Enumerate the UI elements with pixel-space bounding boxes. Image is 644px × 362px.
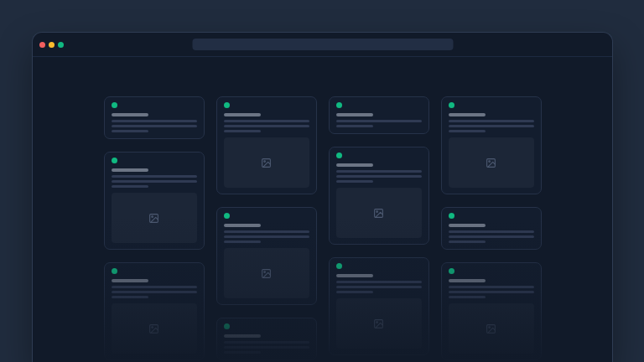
image-icon — [486, 158, 496, 168]
text-placeholder-line — [112, 185, 148, 188]
title-placeholder-line — [112, 279, 148, 282]
card-column — [216, 96, 317, 360]
card[interactable] — [216, 96, 317, 194]
image-icon — [373, 208, 384, 219]
status-dot — [336, 153, 342, 158]
text-lines — [224, 341, 309, 354]
title-placeholder-line — [224, 113, 261, 116]
image-icon — [261, 268, 272, 279]
image-placeholder — [336, 298, 422, 349]
status-dot — [112, 268, 117, 274]
image-icon — [486, 323, 496, 334]
title-placeholder-line — [336, 274, 373, 277]
text-placeholder-line — [449, 286, 534, 288]
status-dot — [336, 102, 342, 108]
image-placeholder — [112, 303, 197, 354]
browser-titlebar — [33, 33, 612, 57]
image-icon — [148, 323, 159, 334]
card[interactable] — [104, 96, 205, 139]
card[interactable] — [329, 96, 429, 134]
text-placeholder-line — [112, 291, 197, 293]
maximize-button[interactable] — [58, 42, 64, 48]
card[interactable] — [441, 262, 542, 360]
text-placeholder-line — [336, 281, 422, 283]
text-placeholder-line — [224, 125, 309, 127]
text-placeholder-line — [336, 125, 373, 127]
text-lines — [449, 120, 534, 132]
text-placeholder-line — [336, 291, 373, 293]
card[interactable] — [104, 152, 205, 250]
text-placeholder-line — [224, 130, 261, 132]
image-icon — [261, 158, 272, 168]
image-icon — [148, 213, 159, 224]
title-placeholder-line — [224, 334, 261, 338]
text-lines — [336, 120, 422, 127]
image-placeholder — [336, 188, 422, 238]
text-placeholder-line — [112, 125, 197, 127]
title-placeholder-line — [449, 113, 486, 116]
title-placeholder-line — [449, 279, 486, 282]
title-placeholder-line — [224, 224, 261, 227]
card[interactable] — [216, 318, 317, 360]
card[interactable] — [441, 207, 542, 250]
text-placeholder-line — [224, 120, 309, 122]
minimize-button[interactable] — [49, 42, 55, 48]
text-placeholder-line — [224, 341, 309, 344]
text-placeholder-line — [112, 180, 197, 183]
status-dot — [112, 102, 117, 108]
text-placeholder-line — [112, 130, 148, 132]
text-placeholder-line — [336, 170, 422, 173]
text-lines — [224, 120, 309, 132]
text-placeholder-line — [336, 286, 422, 288]
image-icon — [373, 318, 384, 329]
text-placeholder-line — [336, 120, 422, 122]
text-placeholder-line — [449, 125, 534, 127]
card[interactable] — [329, 147, 429, 245]
status-dot — [224, 323, 230, 329]
status-dot — [449, 213, 454, 219]
text-placeholder-line — [449, 230, 534, 233]
image-placeholder — [224, 248, 309, 298]
text-lines — [112, 120, 197, 132]
card[interactable] — [104, 262, 205, 360]
text-placeholder-line — [449, 120, 534, 122]
title-placeholder-line — [112, 168, 148, 172]
card-column — [104, 96, 205, 360]
text-placeholder-line — [336, 180, 373, 183]
text-placeholder-line — [224, 351, 261, 354]
card[interactable] — [329, 257, 429, 355]
card-grid — [104, 96, 542, 360]
address-bar[interactable] — [192, 39, 453, 50]
text-placeholder-line — [449, 240, 486, 243]
text-lines — [224, 230, 309, 243]
text-placeholder-line — [112, 120, 197, 122]
text-lines — [336, 170, 422, 183]
text-placeholder-line — [336, 175, 422, 178]
image-placeholder — [112, 193, 197, 243]
text-placeholder-line — [224, 230, 309, 233]
card-column — [441, 96, 542, 360]
text-placeholder-line — [449, 291, 534, 293]
image-placeholder — [449, 303, 534, 354]
text-placeholder-line — [112, 175, 197, 178]
text-lines — [449, 286, 534, 298]
text-placeholder-line — [449, 235, 534, 238]
text-placeholder-line — [224, 240, 261, 243]
title-placeholder-line — [112, 113, 148, 116]
card[interactable] — [441, 96, 542, 194]
status-dot — [224, 213, 230, 219]
close-button[interactable] — [39, 42, 45, 48]
card-column — [329, 96, 429, 360]
text-placeholder-line — [112, 286, 197, 288]
status-dot — [224, 102, 230, 108]
text-lines — [112, 175, 197, 188]
text-placeholder-line — [224, 346, 309, 349]
title-placeholder-line — [336, 163, 373, 167]
text-placeholder-line — [449, 296, 486, 298]
title-placeholder-line — [336, 113, 373, 116]
text-lines — [112, 286, 197, 298]
traffic-lights — [39, 42, 64, 48]
title-placeholder-line — [449, 224, 486, 227]
card[interactable] — [216, 207, 317, 305]
image-placeholder — [224, 137, 309, 188]
